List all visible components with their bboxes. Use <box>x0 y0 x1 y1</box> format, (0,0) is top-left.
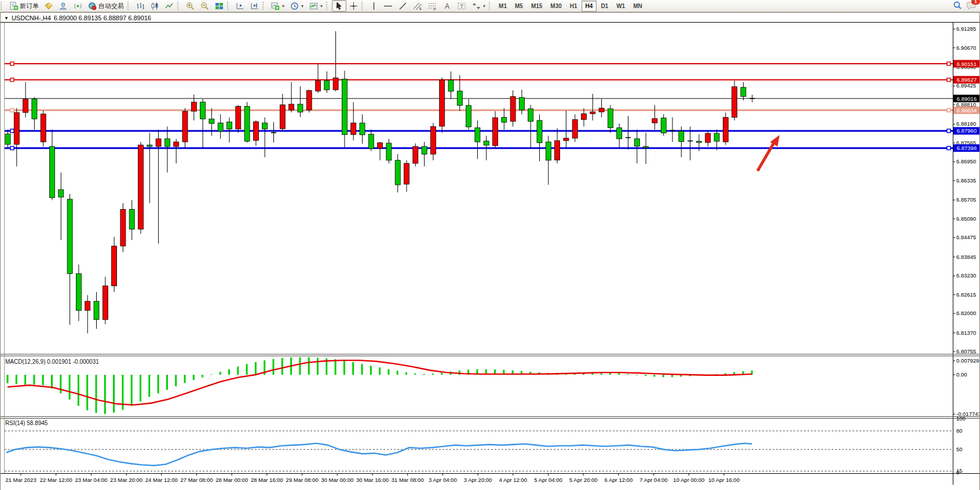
timeframe-w1-button[interactable]: W1 <box>612 1 629 12</box>
svg-text:5 Apr 20:00: 5 Apr 20:00 <box>569 477 598 483</box>
fibonacci-tool-button[interactable]: F <box>425 0 440 12</box>
chart-frame <box>1 23 979 485</box>
tile-windows-icon <box>215 2 224 10</box>
svg-text:3 Apr 04:00: 3 Apr 04:00 <box>429 477 457 483</box>
zoom-out-icon <box>200 2 209 10</box>
new-order-button[interactable]: 新订单 <box>6 0 42 12</box>
new-chart-button[interactable]: ▾ <box>268 0 287 12</box>
svg-text:21 Mar 2023: 21 Mar 2023 <box>5 477 36 483</box>
deposit-button[interactable] <box>42 0 56 12</box>
horizontal-level-lines[interactable]: 6.901516.896276.890166.886346.879606.873… <box>5 60 979 152</box>
text-tool-button[interactable]: A <box>440 0 454 12</box>
auto-scroll-button[interactable] <box>233 0 247 12</box>
line-handle[interactable] <box>947 108 950 112</box>
svg-text:T: T <box>460 3 464 9</box>
period-clock-icon <box>290 2 299 10</box>
timeframe-h4-button[interactable]: H4 <box>582 1 597 12</box>
timeframe-d1-button[interactable]: D1 <box>597 1 612 12</box>
svg-text:6.88180: 6.88180 <box>956 120 976 127</box>
mt4-terminal: { "toolbar": { "new_order_label": "新订单",… <box>0 0 980 490</box>
timeframe-m1-button[interactable]: M1 <box>495 1 511 12</box>
bar-chart-mode-button[interactable] <box>133 0 148 12</box>
time-axis[interactable]: 21 Mar 202322 Mar 12:0023 Mar 04:0023 Ma… <box>5 473 740 483</box>
line-chart-mode-button[interactable] <box>162 0 177 12</box>
svg-text:6.90670: 6.90670 <box>956 45 976 51</box>
signals-button[interactable] <box>71 0 85 12</box>
autoscroll-icon <box>236 2 244 10</box>
svg-text:50: 50 <box>956 446 963 452</box>
arrows-tool-button[interactable]: ▾ <box>469 0 488 12</box>
annotation-arrow[interactable] <box>758 135 780 171</box>
line-handle[interactable] <box>10 78 14 82</box>
line-handle[interactable] <box>947 147 950 150</box>
text-icon: A <box>443 2 451 10</box>
svg-text:0.007929: 0.007929 <box>956 357 979 364</box>
candlestick-chart[interactable]: 6.912856.906706.900406.894256.888106.881… <box>1 13 979 490</box>
period-button[interactable]: ▾ <box>287 0 306 12</box>
notifications-button[interactable]: 1 <box>967 1 977 11</box>
trendline-tool-button[interactable] <box>396 0 410 12</box>
rsi-panel[interactable]: 1008050150 <box>5 415 966 476</box>
auto-trading-icon <box>88 2 97 10</box>
search-icon[interactable] <box>953 1 962 11</box>
svg-text:30 Mar 00:00: 30 Mar 00:00 <box>321 477 353 483</box>
tile-windows-button[interactable] <box>212 0 226 12</box>
line-handle[interactable] <box>947 78 950 82</box>
svg-text:6.84475: 6.84475 <box>956 234 976 240</box>
svg-text:7 Apr 04:00: 7 Apr 04:00 <box>639 477 668 483</box>
cursor-tool-button[interactable] <box>332 0 346 12</box>
line-handle[interactable] <box>10 108 14 112</box>
svg-text:28 Mar 00:00: 28 Mar 00:00 <box>215 477 248 483</box>
ohlc-values: 6.89000 6.89135 6.88897 6.89016 <box>54 14 151 21</box>
collapse-triangle-icon[interactable]: ▼ <box>4 16 9 21</box>
text-label-tool-button[interactable]: T <box>454 0 469 12</box>
svg-text:100: 100 <box>956 415 966 422</box>
vertical-line-tool-button[interactable] <box>367 0 381 12</box>
accounts-button[interactable] <box>56 0 71 12</box>
svg-text:28 Mar 16:00: 28 Mar 16:00 <box>251 477 283 483</box>
auto-trading-button[interactable]: 自动交易 <box>85 0 127 12</box>
timeframe-m30-button[interactable]: M30 <box>546 1 565 12</box>
line-handle[interactable] <box>947 129 950 133</box>
svg-text:10 Apr 16:00: 10 Apr 16:00 <box>708 477 740 483</box>
chart-window: ▼ USDCNH-,H4 6.89000 6.89135 6.88897 6.8… <box>0 12 980 490</box>
zoom-in-button[interactable] <box>183 0 198 12</box>
group-handle <box>227 2 232 10</box>
timeframe-m15-button[interactable]: M15 <box>527 1 546 12</box>
candles[interactable] <box>5 31 755 334</box>
svg-text:22 Mar 12:00: 22 Mar 12:00 <box>40 477 72 483</box>
line-handle[interactable] <box>10 147 14 150</box>
cursor-icon <box>335 2 343 10</box>
svg-text:6.87960: 6.87960 <box>957 127 977 134</box>
svg-text:24 Mar 12:00: 24 Mar 12:00 <box>145 477 178 483</box>
svg-text:6.81370: 6.81370 <box>956 330 976 336</box>
symbol-period-label: USDCNH-,H4 <box>12 14 51 21</box>
chart-shift-button[interactable] <box>247 0 262 12</box>
svg-text:3 Apr 20:00: 3 Apr 20:00 <box>464 477 492 483</box>
price-axis[interactable]: 6.912856.906706.900406.894256.888106.881… <box>953 25 976 354</box>
svg-text:6.80755: 6.80755 <box>956 348 976 354</box>
line-handle[interactable] <box>947 62 950 65</box>
trendline-icon <box>398 2 407 10</box>
timeframe-mn-button[interactable]: MN <box>629 1 646 12</box>
svg-text:6 Apr 12:00: 6 Apr 12:00 <box>605 477 633 483</box>
macd-panel[interactable]: 0.0079290.00-0.017743 <box>8 357 979 417</box>
dropdown-caret: ▾ <box>483 3 485 9</box>
timeframe-h1-button[interactable]: H1 <box>566 1 582 12</box>
timeframe-m5-button[interactable]: M5 <box>511 1 527 12</box>
candle-chart-icon <box>151 2 159 10</box>
zoom-out-button[interactable] <box>198 0 212 12</box>
chart-shift-icon <box>250 2 259 10</box>
horizontal-line-tool-button[interactable] <box>381 0 396 12</box>
line-handle[interactable] <box>10 129 14 133</box>
svg-text:6.86335: 6.86335 <box>956 177 976 184</box>
indicators-button[interactable]: ▾ <box>306 0 326 12</box>
candle-chart-mode-button[interactable] <box>148 0 162 12</box>
line-handle[interactable] <box>10 62 14 65</box>
svg-text:6.82000: 6.82000 <box>956 310 976 316</box>
channel-tool-button[interactable]: E <box>410 0 425 12</box>
crosshair-tool-button[interactable] <box>346 0 361 12</box>
new-chart-icon <box>271 2 280 10</box>
vertical-line-icon <box>370 2 378 10</box>
svg-text:6.85090: 6.85090 <box>956 215 976 222</box>
